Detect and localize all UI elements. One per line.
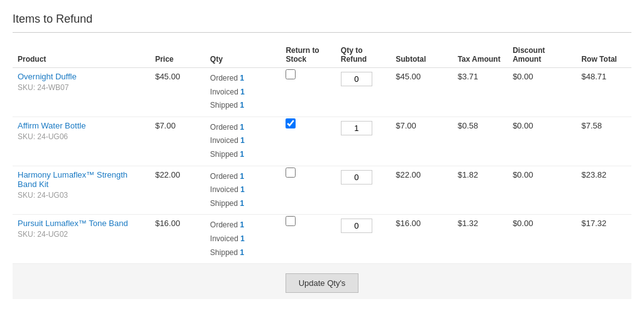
return-to-stock-cell[interactable] [280,215,335,264]
table-row: Harmony Lumaflex™ Strength Band Kit SKU:… [13,166,631,215]
col-header-return: Return to Stock [280,42,335,68]
price-cell: $16.00 [150,215,205,264]
discount-amount-cell: $0.00 [508,68,576,117]
discount-amount-cell: $0.00 [508,215,576,264]
product-name: Harmony Lumaflex™ Strength Band Kit [18,170,145,189]
ordered-label: Ordered [210,220,240,229]
col-header-price: Price [150,42,205,68]
table-row: Affirm Water Bottle SKU: 24-UG06 $7.00 O… [13,117,631,166]
qty-to-refund-cell[interactable] [336,166,391,215]
table-row: Overnight Duffle SKU: 24-WB07 $45.00 Ord… [13,68,631,117]
qty-ordered: 1 [240,220,244,229]
subtotal-cell: $45.00 [391,68,452,117]
row-total-cell: $23.82 [576,166,631,215]
col-header-subtotal: Subtotal [391,42,452,68]
qty-to-refund-input[interactable] [341,170,372,185]
subtotal-cell: $22.00 [391,166,452,215]
qty-to-refund-cell[interactable] [336,68,391,117]
product-name: Affirm Water Bottle [18,121,145,130]
col-header-discount: Discount Amount [508,42,576,68]
product-cell: Affirm Water Bottle SKU: 24-UG06 [13,117,150,166]
return-to-stock-cell[interactable] [280,117,335,166]
subtotal-cell: $16.00 [391,215,452,264]
price-cell: $7.00 [150,117,205,166]
discount-amount-cell: $0.00 [508,117,576,166]
update-qty-button[interactable]: Update Qty's [286,273,359,293]
product-sku: SKU: 24-UG02 [18,230,145,239]
discount-amount-cell: $0.00 [508,166,576,215]
qty-to-refund-input[interactable] [341,72,372,86]
qty-shipped: 1 [240,101,244,110]
shipped-label: Shipped [210,199,240,208]
qty-shipped: 1 [240,150,244,159]
qty-cell: Ordered 1 Invoiced 1 Shipped 1 [205,117,280,166]
row-total-cell: $7.58 [576,117,631,166]
col-header-qty: Qty [205,42,280,68]
qty-shipped: 1 [240,248,244,257]
product-sku: SKU: 24-UG06 [18,132,145,141]
return-to-stock-cell[interactable] [280,166,335,215]
qty-to-refund-input[interactable] [341,219,372,233]
col-header-qty-refund: Qty to Refund [336,42,391,68]
ordered-label: Ordered [210,172,240,181]
qty-invoiced: 1 [240,88,245,96]
tax-amount-cell: $1.32 [453,215,508,264]
qty-to-refund-input[interactable] [341,121,372,135]
qty-cell: Ordered 1 Invoiced 1 Shipped 1 [205,215,280,264]
return-to-stock-cell[interactable] [280,68,335,117]
col-header-product: Product [13,42,150,68]
qty-cell: Ordered 1 Invoiced 1 Shipped 1 [205,166,280,215]
return-to-stock-checkbox[interactable] [286,168,296,178]
qty-ordered: 1 [240,172,244,181]
tax-amount-cell: $1.82 [453,166,508,215]
items-table: Product Price Qty Return to Stock Qty to… [13,42,631,299]
product-name: Overnight Duffle [18,72,145,81]
product-sku: SKU: 24-UG03 [18,191,145,200]
qty-ordered: 1 [240,74,244,82]
tax-amount-cell: $3.71 [453,68,508,117]
return-to-stock-checkbox[interactable] [286,118,296,128]
section-title: Items to Refund [13,13,631,33]
invoiced-label: Invoiced [210,136,240,145]
qty-shipped: 1 [240,199,244,208]
product-name: Pursuit Lumaflex™ Tone Band [18,219,145,228]
shipped-label: Shipped [210,101,240,110]
row-total-cell: $48.71 [576,68,631,117]
qty-invoiced: 1 [240,185,245,194]
price-cell: $22.00 [150,166,205,215]
qty-to-refund-cell[interactable] [336,215,391,264]
footer-row: Update Qty's [13,264,631,300]
table-header-row: Product Price Qty Return to Stock Qty to… [13,42,631,68]
shipped-label: Shipped [210,248,240,257]
qty-invoiced: 1 [240,136,245,145]
subtotal-cell: $7.00 [391,117,452,166]
product-cell: Overnight Duffle SKU: 24-WB07 [13,68,150,117]
product-sku: SKU: 24-WB07 [18,83,145,92]
ordered-label: Ordered [210,123,240,132]
qty-cell: Ordered 1 Invoiced 1 Shipped 1 [205,68,280,117]
qty-invoiced: 1 [240,234,245,243]
table-row: Pursuit Lumaflex™ Tone Band SKU: 24-UG02… [13,215,631,264]
qty-to-refund-cell[interactable] [336,117,391,166]
price-cell: $45.00 [150,68,205,117]
product-cell: Harmony Lumaflex™ Strength Band Kit SKU:… [13,166,150,215]
tax-amount-cell: $0.58 [453,117,508,166]
product-cell: Pursuit Lumaflex™ Tone Band SKU: 24-UG02 [13,215,150,264]
footer-cell: Update Qty's [13,264,631,300]
row-total-cell: $17.32 [576,215,631,264]
invoiced-label: Invoiced [210,185,240,194]
invoiced-label: Invoiced [210,88,240,96]
col-header-row-total: Row Total [576,42,631,68]
col-header-tax: Tax Amount [453,42,508,68]
qty-ordered: 1 [240,123,244,132]
invoiced-label: Invoiced [210,234,240,243]
return-to-stock-checkbox[interactable] [286,216,296,226]
return-to-stock-checkbox[interactable] [286,69,296,79]
ordered-label: Ordered [210,74,240,82]
shipped-label: Shipped [210,150,240,159]
